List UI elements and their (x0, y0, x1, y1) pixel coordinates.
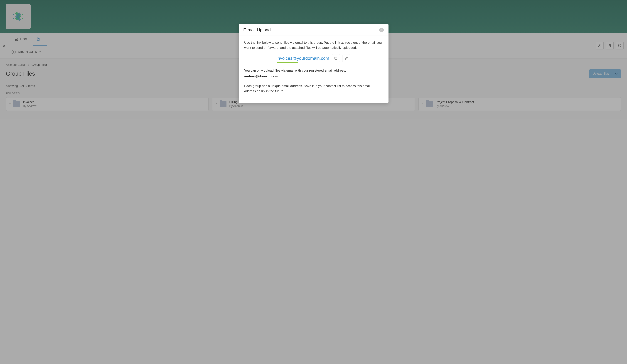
modal-intro-text: Use the link below to send files via ema… (244, 40, 383, 50)
edit-email-button[interactable] (342, 54, 350, 62)
svg-rect-10 (335, 58, 337, 60)
upload-email-address[interactable]: invoices@yourdomain.com (277, 55, 329, 62)
unique-note-text: Each group has a unique email address. S… (244, 84, 383, 93)
registered-intro-text: You can only upload files via email with… (244, 68, 383, 73)
copy-email-button[interactable] (332, 54, 340, 62)
close-icon (380, 29, 383, 31)
close-button[interactable] (379, 28, 384, 32)
email-upload-modal: E-mail Upload Use the link below to send… (239, 24, 388, 103)
registered-email: andrew@domain.com (244, 74, 383, 79)
modal-overlay[interactable]: E-mail Upload Use the link below to send… (0, 0, 627, 364)
modal-title: E-mail Upload (243, 27, 271, 32)
pencil-icon (345, 56, 348, 60)
copy-icon (334, 56, 338, 60)
